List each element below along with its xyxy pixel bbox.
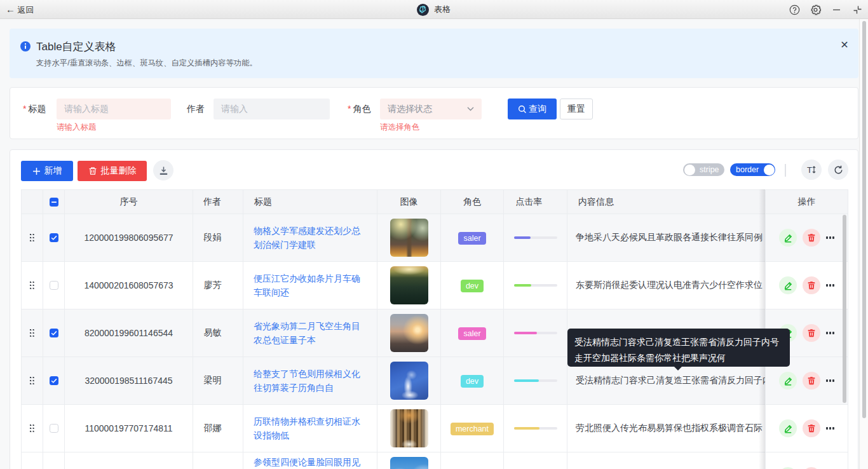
svg-text:T: T [807, 165, 812, 175]
